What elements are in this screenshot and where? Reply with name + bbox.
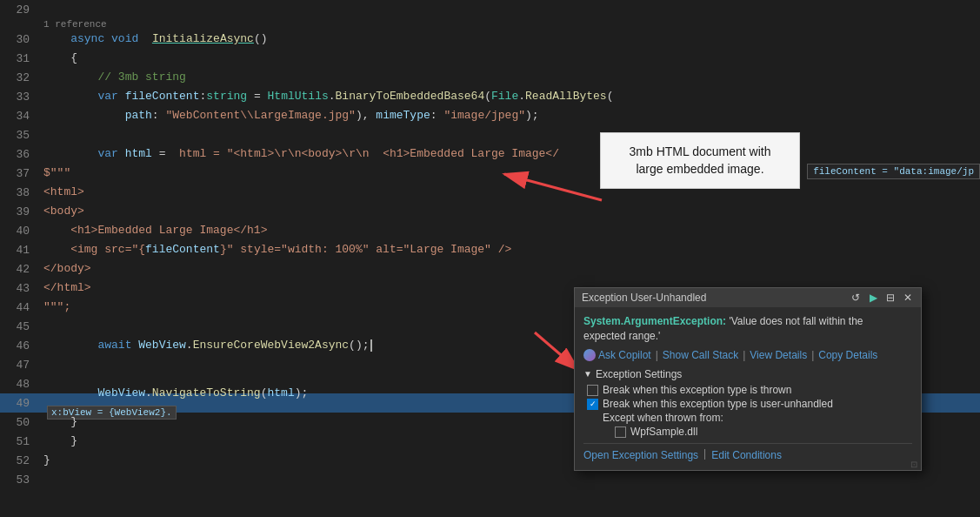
exception-typename: System.ArgumentException: [583,315,726,327]
line-number-50: 50 [0,416,43,429]
exception-close-icon[interactable]: ✕ [902,292,914,304]
open-exception-settings-link[interactable]: Open Exception Settings [583,447,698,463]
checkbox-2[interactable] [587,399,598,410]
checkbox-row-2: Break when this exception type is user-u… [583,398,912,410]
line-40: 40 <h1>Embedded Large Image</h1> [0,221,980,240]
line-31: 31 { [0,49,980,68]
line-number-29: 29 [0,3,43,17]
line-34: 34 path: "WebContent\\LargeImage.jpg"), … [0,106,980,125]
show-call-stack-link[interactable]: Show Call Stack [663,349,738,361]
exception-title-text: Exception User-Unhandled [582,292,706,304]
exception-titlebar: Exception User-Unhandled ↺ ▶ ⊟ ✕ [575,288,921,307]
line-29: 29 [0,0,980,19]
collapse-icon[interactable]: ▼ [583,369,592,379]
line-number-36: 36 [0,148,43,161]
line-number-51: 51 [0,435,43,448]
line-number-32: 32 [0,71,43,84]
copilot-icon [583,349,596,361]
line-content-31: { [43,49,980,68]
annotation-box: 3mb HTML document with large embedded im… [600,132,800,189]
exception-pin-icon[interactable]: ⊟ [884,292,897,304]
line-number-42: 42 [0,263,43,276]
view-details-link[interactable]: View Details [750,349,807,361]
titlebar-icons: ↺ ▶ ⊟ ✕ [850,292,914,304]
line-53: 53 [0,470,980,489]
exception-actions: Ask Copilot | Show Call Stack | View Det… [583,349,912,361]
except-from-label: Except when thrown from: [583,412,912,424]
exception-body: System.ArgumentException: 'Value does no… [575,307,921,470]
exception-settings-header: ▼ Exception Settings [583,368,912,380]
line-36: 36 var html = html = "<html>\r\n<body>\r… [0,144,980,164]
line-number-30: 30 [0,33,43,46]
line-number-38: 38 [0,186,43,199]
checkbox-1[interactable] [587,385,598,396]
line-number-43: 43 [0,282,43,295]
exception-popup: Exception User-Unhandled ↺ ▶ ⊟ ✕ System.… [574,287,922,471]
line-number-46: 46 [0,339,43,352]
exception-settings-label: Exception Settings [596,368,682,380]
ask-copilot-link[interactable]: Ask Copilot [598,349,651,361]
separator-2: | [743,349,745,361]
line-content-33: var fileContent:string = HtmlUtils.Binar… [43,87,980,106]
line-content-40: <h1>Embedded Large Image</h1> [43,221,980,240]
footer-separator: | [703,447,706,463]
line-content-30: async void InitializeAsync() [43,30,268,49]
line-number-52: 52 [0,454,43,467]
line-41: 41 <img src="{fileContent}" style="width… [0,240,980,259]
dll-checkbox[interactable] [615,426,626,438]
line-content-32: // 3mb string [43,68,980,87]
dll-name: WpfSample.dll [630,426,697,438]
line-number-44: 44 [0,301,43,314]
line-42: 42 </body> [0,259,980,279]
line-content-36: var html = html = "<html>\r\n<body>\r\n … [43,144,980,164]
line-number-53: 53 [0,473,43,487]
exception-footer-links: Open Exception Settings | Edit Condition… [583,443,912,463]
line-content-38: <html> [43,183,980,202]
line-content-34: path: "WebContent\\LargeImage.jpg"), mim… [43,106,980,125]
line-number-34: 34 [0,110,43,123]
line-39: 39 <body> [0,202,980,221]
ref-hint-30: 1 reference [43,19,107,30]
line-number-39: 39 [0,205,43,218]
line-32: 32 // 3mb string [0,68,980,87]
annotation-text: 3mb HTML document with large embedded im… [630,144,771,176]
exception-type-line: System.ArgumentException: 'Value does no… [583,314,912,344]
exception-back-icon[interactable]: ↺ [850,292,862,304]
line-content-37: $""" [43,164,980,183]
line-content-39: <body> [43,202,980,221]
checkbox-row-1: Break when this exception type is thrown [583,384,912,396]
line-content-41: <img src="{fileContent}" style="width: 1… [43,240,980,259]
exception-continue-icon[interactable]: ▶ [867,292,879,304]
line-number-31: 31 [0,52,43,65]
line-33: 33 var fileContent:string = HtmlUtils.Bi… [0,87,980,106]
line-38: 38 <html> [0,183,980,202]
line-30: 1 reference 30 async void InitializeAsyn… [0,19,980,49]
separator-3: | [811,349,814,361]
checkbox-2-label: Break when this exception type is user-u… [603,398,833,410]
line-number-49: 49 [0,397,43,410]
line-number-48: 48 [0,378,43,391]
line-number-40: 40 [0,225,43,238]
line-number-33: 33 [0,91,43,104]
line-35: 35 [0,125,980,144]
resize-grip[interactable]: ⊡ [910,460,919,468]
line-number-47: 47 [0,359,43,372]
line-content-42: </body> [43,259,980,279]
line-37: 37 $""" [0,164,980,183]
copy-details-link[interactable]: Copy Details [818,349,877,361]
line-number-35: 35 [0,129,43,142]
line-number-37: 37 [0,167,43,180]
line-number-41: 41 [0,244,43,257]
line-number-45: 45 [0,320,43,333]
separator-1: | [656,349,658,361]
checkbox-1-label: Break when this exception type is thrown [603,384,791,396]
dll-row: WpfSample.dll [583,426,912,438]
edit-conditions-link[interactable]: Edit Conditions [711,447,782,463]
